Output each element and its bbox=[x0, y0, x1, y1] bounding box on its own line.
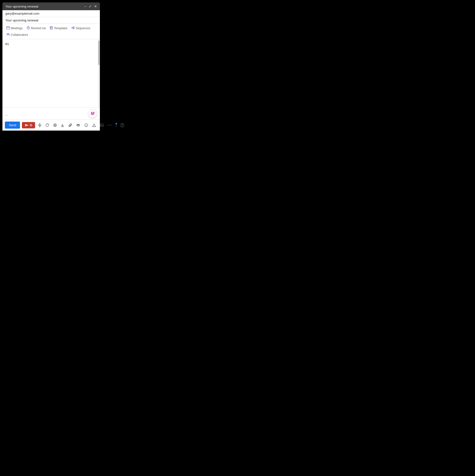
svg-line-15 bbox=[73, 27, 73, 28]
more-vert-button[interactable] bbox=[115, 122, 118, 128]
signature-text: -- bbox=[5, 114, 7, 117]
image-button[interactable] bbox=[99, 122, 105, 128]
trash-icon bbox=[120, 123, 124, 127]
remind-me-button[interactable]: Remind me bbox=[25, 25, 47, 31]
text-format-icon: A bbox=[61, 123, 65, 127]
meetings-icon bbox=[6, 26, 10, 30]
refresh-button[interactable] bbox=[44, 122, 50, 128]
notification-dot bbox=[116, 123, 117, 124]
sparkle-button[interactable] bbox=[52, 122, 58, 128]
lightning-button[interactable] bbox=[37, 122, 42, 128]
attach-icon bbox=[69, 123, 72, 127]
svg-line-21 bbox=[31, 125, 32, 125]
svg-line-16 bbox=[73, 28, 73, 28]
sequences-button[interactable]: Sequences bbox=[70, 25, 92, 31]
sparkle-icon bbox=[53, 123, 57, 127]
subject-field bbox=[2, 17, 100, 24]
emoji-icon bbox=[84, 123, 88, 127]
svg-point-30 bbox=[85, 124, 86, 125]
window-controls: − ⤢ ✕ bbox=[84, 4, 97, 8]
svg-point-29 bbox=[85, 123, 88, 127]
sequences-label: Sequences bbox=[76, 27, 90, 30]
to-input[interactable] bbox=[5, 12, 97, 15]
svg-rect-42 bbox=[121, 124, 124, 127]
compose-footer: Send bbox=[2, 119, 100, 131]
templates-label: Templates bbox=[54, 27, 68, 30]
compose-header: Your upcoming renewal − ⤢ ✕ bbox=[2, 2, 100, 10]
window-title: Your upcoming renewal bbox=[5, 5, 38, 8]
to-field bbox=[2, 10, 100, 17]
more-button[interactable] bbox=[107, 123, 113, 127]
sequences-icon bbox=[71, 26, 75, 30]
svg-point-14 bbox=[73, 28, 74, 29]
image-icon bbox=[100, 123, 104, 127]
subject-input[interactable] bbox=[5, 18, 97, 22]
attach-button[interactable] bbox=[68, 122, 73, 128]
send-options-button[interactable] bbox=[22, 122, 35, 128]
remind-icon bbox=[27, 26, 30, 30]
compose-toolbar: Meetings Remind me bbox=[2, 24, 100, 39]
svg-rect-0 bbox=[7, 27, 10, 29]
remind-me-label: Remind me bbox=[31, 27, 46, 30]
svg-point-40 bbox=[116, 125, 117, 125]
svg-point-13 bbox=[73, 27, 74, 28]
meetings-label: Meetings bbox=[11, 27, 23, 30]
collaborators-label: Collaborators bbox=[11, 33, 28, 36]
svg-line-6 bbox=[28, 28, 29, 29]
send-icon bbox=[25, 124, 29, 127]
refresh-icon bbox=[45, 123, 49, 127]
svg-point-17 bbox=[7, 33, 8, 34]
maximize-button[interactable]: ⤢ bbox=[89, 4, 92, 8]
avatar-letter: M bbox=[91, 111, 95, 116]
text-format-button[interactable]: A bbox=[60, 122, 66, 128]
svg-point-12 bbox=[72, 27, 73, 29]
warning-button[interactable] bbox=[91, 122, 97, 128]
svg-point-41 bbox=[116, 126, 117, 127]
meetings-button[interactable]: Meetings bbox=[5, 25, 24, 31]
minimize-button[interactable]: − bbox=[84, 4, 86, 8]
svg-point-38 bbox=[111, 125, 112, 125]
templates-icon bbox=[50, 26, 53, 30]
emoji-button[interactable] bbox=[83, 122, 89, 128]
link-button[interactable] bbox=[75, 123, 81, 127]
templates-button[interactable]: Templates bbox=[48, 25, 69, 31]
svg-point-36 bbox=[108, 125, 109, 125]
link-icon bbox=[76, 124, 80, 126]
close-button[interactable]: ✕ bbox=[94, 4, 97, 8]
clock-icon bbox=[30, 124, 32, 126]
collaborators-icon bbox=[6, 33, 10, 37]
svg-rect-34 bbox=[100, 124, 103, 126]
scrollbar[interactable] bbox=[98, 39, 100, 107]
trash-button[interactable] bbox=[119, 122, 125, 128]
svg-point-31 bbox=[87, 124, 87, 125]
avatar-area: -- M bbox=[2, 107, 100, 119]
more-icon bbox=[108, 124, 112, 126]
svg-point-37 bbox=[109, 125, 110, 125]
svg-point-33 bbox=[94, 126, 94, 126]
avatar[interactable]: M bbox=[88, 109, 97, 118]
send-button[interactable]: Send bbox=[5, 121, 20, 129]
warning-icon bbox=[92, 123, 96, 127]
scrollbar-thumb bbox=[98, 41, 100, 65]
body-textarea[interactable]: Hi bbox=[2, 39, 98, 107]
lightning-icon bbox=[38, 123, 41, 127]
compose-body: Hi bbox=[2, 39, 100, 107]
collaborators-button[interactable]: Collaborators bbox=[5, 32, 30, 37]
svg-point-18 bbox=[8, 33, 9, 34]
compose-window: Your upcoming renewal − ⤢ ✕ Meetings bbox=[2, 2, 100, 131]
